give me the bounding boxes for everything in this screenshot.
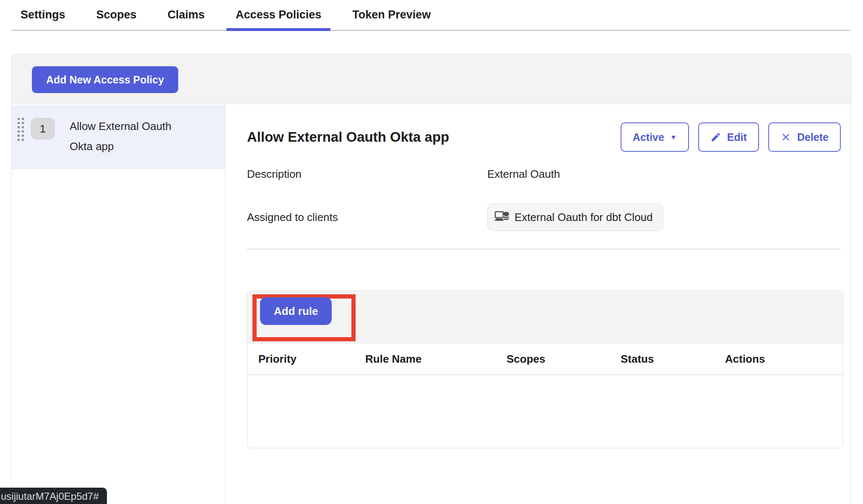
column-header-priority: Priority <box>258 353 365 366</box>
edit-button[interactable]: Edit <box>698 122 759 152</box>
policy-fields: Description External Oauth Assigned to c… <box>247 168 841 231</box>
assigned-clients-value: External Oauth for dbt Cloud <box>487 203 841 231</box>
policy-action-buttons: Active ▼ Edit Delete <box>621 122 841 152</box>
policy-title: Allow External Oauth Okta app <box>247 129 449 145</box>
status-label: Active <box>633 131 664 143</box>
policy-list-item[interactable]: 1 Allow External Oauth Okta app <box>12 105 225 169</box>
access-policies-panel: Add New Access Policy 1 Allow External O… <box>11 54 851 504</box>
column-header-status: Status <box>621 353 725 366</box>
laptop-database-icon <box>494 210 509 224</box>
edit-label: Edit <box>727 131 747 143</box>
chevron-down-icon: ▼ <box>670 134 677 141</box>
panel-header: Add New Access Policy <box>12 54 851 104</box>
client-chip[interactable]: External Oauth for dbt Cloud <box>487 203 663 231</box>
description-value: External Oauth <box>487 168 841 181</box>
policy-list: 1 Allow External Oauth Okta app <box>12 104 226 504</box>
status-url-tooltip: usijiutarM7Aj0Ep5d7# <box>0 488 107 504</box>
policy-detail: Allow External Oauth Okta app Active ▼ E… <box>226 104 851 504</box>
rules-header: Add rule <box>247 291 843 343</box>
drag-handle-icon[interactable] <box>18 118 24 141</box>
rules-table-container: Add rule Priority Rule Name Scopes Statu… <box>247 291 843 448</box>
add-access-policy-button[interactable]: Add New Access Policy <box>32 66 178 93</box>
assigned-to-clients-label: Assigned to clients <box>247 211 487 224</box>
policy-order-badge: 1 <box>31 118 55 140</box>
rules-table-header-row: Priority Rule Name Scopes Status Actions <box>247 343 843 375</box>
add-rule-button[interactable]: Add rule <box>260 297 332 325</box>
tab-bar: Settings Scopes Claims Access Policies T… <box>11 0 850 31</box>
tab-claims[interactable]: Claims <box>159 0 214 30</box>
section-divider <box>247 249 841 249</box>
tab-access-policies[interactable]: Access Policies <box>226 0 330 30</box>
description-label: Description <box>247 168 487 181</box>
tab-token-preview[interactable]: Token Preview <box>343 0 440 30</box>
policy-detail-header: Allow External Oauth Okta app Active ▼ E… <box>247 122 841 152</box>
client-chip-label: External Oauth for dbt Cloud <box>515 211 653 224</box>
close-icon <box>780 132 791 143</box>
column-header-actions: Actions <box>725 353 843 366</box>
pencil-icon <box>710 132 721 143</box>
delete-button[interactable]: Delete <box>768 122 841 152</box>
tab-settings[interactable]: Settings <box>11 0 75 30</box>
rules-table-empty-body <box>247 375 843 448</box>
policy-name-label: Allow External Oauth Okta app <box>70 116 195 156</box>
tab-scopes[interactable]: Scopes <box>87 0 146 30</box>
status-dropdown-button[interactable]: Active ▼ <box>621 122 689 152</box>
delete-label: Delete <box>797 131 829 143</box>
column-header-rule-name: Rule Name <box>365 353 507 366</box>
column-header-scopes: Scopes <box>507 353 621 366</box>
